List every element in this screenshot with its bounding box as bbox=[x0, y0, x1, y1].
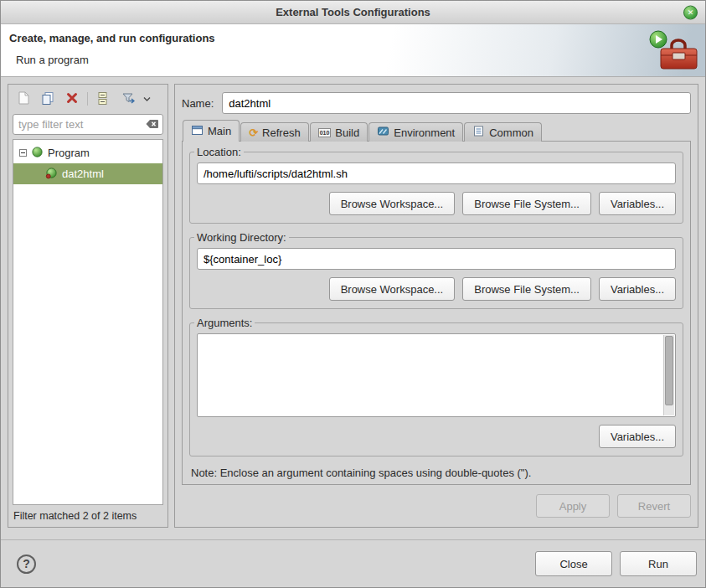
scrollbar-thumb[interactable] bbox=[665, 336, 673, 405]
browse-workspace-button[interactable]: Browse Workspace... bbox=[329, 192, 456, 215]
new-document-icon bbox=[16, 90, 31, 108]
delete-configuration-button[interactable] bbox=[63, 90, 80, 108]
main-tab-icon bbox=[191, 124, 204, 139]
environment-tab-icon bbox=[377, 125, 389, 140]
header-banner: Create, manage, and run configurations R… bbox=[1, 24, 705, 77]
external-tools-dialog: External Tools Configurations ✕ Create, … bbox=[0, 0, 706, 588]
build-tab-icon: 010 bbox=[318, 128, 332, 137]
name-input[interactable] bbox=[222, 92, 691, 114]
tree-item-dat2html[interactable]: dat2html bbox=[13, 163, 162, 184]
filter-field bbox=[13, 114, 163, 135]
delete-icon bbox=[64, 90, 80, 108]
browse-file-system-button[interactable]: Browse File System... bbox=[462, 192, 591, 215]
tab-main[interactable]: Main bbox=[183, 120, 240, 142]
page-subtitle: Run a program bbox=[16, 54, 89, 66]
revert-button[interactable]: Revert bbox=[617, 494, 691, 518]
configurations-tree: Program dat2html bbox=[13, 139, 163, 505]
tree-item-label: Program bbox=[48, 147, 90, 159]
filter-input[interactable] bbox=[13, 114, 163, 135]
location-group: Location: Browse Workspace... Browse Fil… bbox=[189, 146, 683, 224]
collapse-all-button[interactable] bbox=[95, 90, 112, 108]
configuration-editor-panel: Name: Main ⟳ Refresh bbox=[174, 84, 698, 528]
arguments-buttons: Variables... bbox=[197, 425, 676, 448]
question-icon: ? bbox=[23, 557, 30, 570]
refresh-tab-icon: ⟳ bbox=[249, 127, 258, 138]
tab-build[interactable]: 010 Build bbox=[310, 122, 368, 142]
working-directory-buttons: Browse Workspace... Browse File System..… bbox=[197, 277, 676, 301]
variables-button[interactable]: Variables... bbox=[599, 277, 676, 301]
filter-icon bbox=[121, 90, 136, 108]
toolbar-menu-chevron[interactable] bbox=[143, 95, 153, 104]
location-label: Location: bbox=[194, 146, 244, 158]
tab-refresh[interactable]: ⟳ Refresh bbox=[240, 122, 308, 142]
working-directory-label: Working Directory: bbox=[194, 231, 289, 244]
duplicate-configuration-button[interactable] bbox=[39, 90, 56, 108]
duplicate-icon bbox=[40, 90, 55, 108]
collapse-all-icon bbox=[96, 90, 111, 108]
tree-expander-icon[interactable] bbox=[19, 147, 27, 159]
arguments-label: Arguments: bbox=[194, 317, 255, 329]
variables-button[interactable]: Variables... bbox=[599, 192, 676, 215]
arguments-note: Note: Enclose an argument containing spa… bbox=[189, 464, 683, 479]
clear-filter-icon[interactable] bbox=[146, 119, 159, 132]
dialog-content: Program dat2html Filter matched 2 of 2 i… bbox=[1, 77, 705, 539]
name-row: Name: bbox=[175, 85, 698, 120]
name-label: Name: bbox=[182, 97, 214, 110]
arguments-scrollbar[interactable] bbox=[663, 335, 674, 415]
location-buttons: Browse Workspace... Browse File System..… bbox=[197, 192, 676, 215]
browse-workspace-button[interactable]: Browse Workspace... bbox=[329, 277, 456, 301]
tab-label: Refresh bbox=[262, 126, 301, 139]
arguments-field bbox=[197, 333, 676, 417]
launch-config-icon bbox=[45, 167, 58, 182]
tab-label: Main bbox=[208, 125, 231, 137]
external-tools-icon bbox=[648, 30, 700, 75]
run-button[interactable]: Run bbox=[620, 551, 697, 576]
page-title: Create, manage, and run configurations bbox=[9, 32, 215, 44]
tab-label: Environment bbox=[394, 126, 455, 139]
arguments-group: Arguments: Variables... bbox=[189, 317, 683, 456]
variables-button[interactable]: Variables... bbox=[599, 425, 676, 448]
toolbar-separator bbox=[87, 92, 88, 106]
config-tabs: Main ⟳ Refresh 010 Build bbox=[175, 120, 698, 142]
working-directory-group: Working Directory: Browse Workspace... B… bbox=[189, 231, 683, 309]
dialog-footer: ? Close Run bbox=[1, 539, 705, 587]
close-icon[interactable]: ✕ bbox=[683, 5, 698, 19]
configurations-panel: Program dat2html Filter matched 2 of 2 i… bbox=[8, 84, 168, 528]
titlebar: External Tools Configurations ✕ bbox=[1, 1, 705, 24]
filter-status-text: Filter matched 2 of 2 items bbox=[8, 505, 167, 527]
tab-environment[interactable]: Environment bbox=[368, 122, 463, 142]
working-directory-input[interactable] bbox=[197, 248, 676, 270]
help-button[interactable]: ? bbox=[17, 554, 36, 574]
chevron-down-icon bbox=[143, 95, 151, 104]
apply-button[interactable]: Apply bbox=[536, 494, 610, 518]
apply-revert-row: Apply Revert bbox=[175, 485, 698, 527]
browse-file-system-button[interactable]: Browse File System... bbox=[462, 277, 591, 301]
program-category-icon bbox=[31, 146, 44, 161]
main-tab-content: Location: Browse Workspace... Browse Fil… bbox=[182, 141, 691, 485]
tab-label: Build bbox=[335, 126, 359, 139]
tree-item-label: dat2html bbox=[62, 168, 104, 180]
arguments-textarea[interactable] bbox=[198, 334, 663, 416]
location-input[interactable] bbox=[197, 162, 676, 184]
footer-buttons: Close Run bbox=[535, 551, 697, 576]
tab-common[interactable]: Common bbox=[464, 122, 542, 142]
close-button[interactable]: Close bbox=[535, 551, 612, 576]
window-title: External Tools Configurations bbox=[276, 6, 430, 18]
tree-item-program[interactable]: Program bbox=[13, 142, 162, 163]
common-tab-icon bbox=[472, 125, 485, 140]
new-configuration-button[interactable] bbox=[14, 90, 32, 108]
tab-label: Common bbox=[489, 126, 533, 139]
configurations-toolbar bbox=[8, 85, 167, 113]
filter-configurations-button[interactable] bbox=[119, 90, 137, 108]
